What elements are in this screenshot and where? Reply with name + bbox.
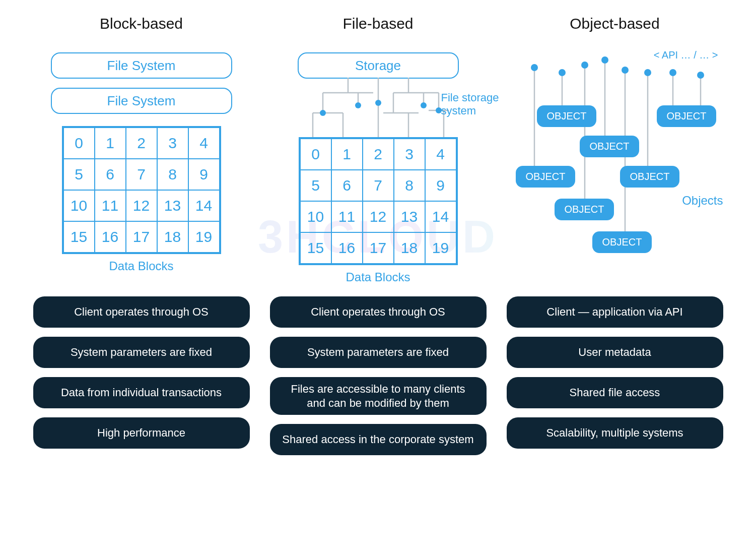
grid-cell: 17 (126, 221, 157, 253)
block-grid: 012345678910111213141516171819 (62, 126, 221, 254)
svg-point-36 (622, 67, 629, 74)
grid-cell: 4 (188, 128, 220, 159)
object-box: OBJECT (537, 105, 597, 127)
svg-point-21 (375, 100, 381, 106)
object-box: OBJECT (516, 166, 576, 188)
feature-pill: System parameters are fixed (270, 337, 487, 368)
svg-point-37 (644, 69, 651, 76)
svg-point-38 (669, 69, 676, 76)
object-box: OBJECT (555, 199, 614, 220)
col-file: File-based Storage (270, 15, 487, 455)
filesystem-box-1: File System (51, 52, 232, 79)
grid-cell: 7 (126, 159, 157, 190)
grid-cell: 7 (363, 170, 394, 201)
col-title-file: File-based (342, 15, 413, 32)
tree-lines (293, 78, 464, 138)
grid-cell: 10 (300, 201, 331, 232)
block-diagram: File System File System 0123456789101112… (33, 52, 250, 284)
grid-cell: 19 (188, 221, 220, 253)
object-box: OBJECT (580, 136, 640, 157)
feature-pill: Client — application via API (507, 296, 723, 328)
svg-point-35 (601, 56, 608, 64)
feature-pill: Files are accessible to many clients and… (270, 377, 487, 415)
grid-cell: 9 (425, 170, 456, 201)
svg-point-34 (581, 61, 588, 69)
file-grid-label: Data Blocks (346, 270, 410, 284)
grid-cell: 6 (331, 170, 363, 201)
feature-pill: High performance (33, 417, 250, 449)
grid-cell: 16 (95, 221, 126, 253)
grid-cell: 13 (157, 190, 188, 221)
svg-point-22 (421, 102, 427, 108)
svg-point-20 (355, 102, 361, 108)
grid-cell: 5 (300, 170, 331, 201)
diagram-columns: Block-based File System File System 0123… (10, 15, 746, 455)
grid-cell: 13 (394, 201, 425, 232)
grid-cell: 12 (126, 190, 157, 221)
objects-label: Objects (682, 194, 723, 208)
filesystem-box-2: File System (51, 88, 232, 114)
grid-cell: 10 (63, 190, 95, 221)
grid-cell: 19 (425, 232, 456, 264)
feature-pill: System parameters are fixed (33, 337, 250, 368)
object-diagram: < API … / … > (507, 52, 723, 284)
feature-pill: Shared file access (507, 377, 723, 408)
col-title-block: Block-based (100, 15, 183, 32)
grid-cell: 11 (331, 201, 363, 232)
file-grid: 012345678910111213141516171819 (299, 137, 458, 265)
file-tree: File storage system (270, 79, 487, 139)
object-features: Client — application via APIUser metadat… (507, 296, 723, 449)
grid-cell: 3 (157, 128, 188, 159)
feature-pill: Shared access in the corporate system (270, 424, 487, 455)
grid-cell: 8 (394, 170, 425, 201)
col-title-object: Object-based (570, 15, 659, 32)
feature-pill: Client operates through OS (33, 296, 250, 328)
grid-cell: 6 (95, 159, 126, 190)
grid-cell: 12 (363, 201, 394, 232)
grid-cell: 14 (425, 201, 456, 232)
grid-cell: 1 (331, 139, 363, 170)
col-object: Object-based < API … / … > (507, 15, 723, 455)
storage-box: Storage (298, 52, 459, 79)
block-grid-label: Data Blocks (109, 259, 173, 273)
feature-pill: Scalability, multiple systems (507, 417, 723, 449)
grid-cell: 8 (157, 159, 188, 190)
file-features: Client operates through OSSystem paramet… (270, 296, 487, 455)
grid-cell: 4 (425, 139, 456, 170)
svg-point-33 (559, 69, 566, 76)
object-box: OBJECT (620, 166, 680, 188)
feature-pill: User metadata (507, 337, 723, 368)
grid-cell: 11 (95, 190, 126, 221)
svg-point-19 (320, 110, 326, 116)
col-block: Block-based File System File System 0123… (33, 15, 250, 455)
grid-cell: 2 (126, 128, 157, 159)
grid-cell: 2 (363, 139, 394, 170)
feature-pill: Data from individual transactions (33, 377, 250, 408)
feature-pill: Client operates through OS (270, 296, 487, 328)
grid-cell: 15 (300, 232, 331, 264)
grid-cell: 1 (95, 128, 126, 159)
grid-cell: 18 (394, 232, 425, 264)
object-box: OBJECT (592, 231, 652, 253)
grid-cell: 0 (63, 128, 95, 159)
grid-cell: 18 (157, 221, 188, 253)
grid-cell: 0 (300, 139, 331, 170)
grid-cell: 16 (331, 232, 363, 264)
svg-point-39 (697, 72, 704, 79)
grid-cell: 17 (363, 232, 394, 264)
grid-cell: 5 (63, 159, 95, 190)
grid-cell: 14 (188, 190, 220, 221)
grid-cell: 9 (188, 159, 220, 190)
file-diagram: Storage (270, 52, 487, 284)
block-features: Client operates through OSSystem paramet… (33, 296, 250, 449)
grid-cell: 3 (394, 139, 425, 170)
grid-cell: 15 (63, 221, 95, 253)
svg-point-32 (531, 64, 538, 71)
object-box: OBJECT (657, 105, 717, 127)
file-storage-system-label: File storage system (441, 91, 502, 118)
